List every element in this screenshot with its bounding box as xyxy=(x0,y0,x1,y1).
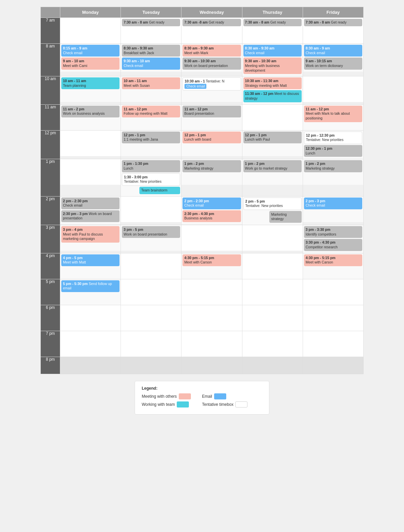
time-2pm: 2 pm xyxy=(41,196,60,225)
event[interactable]: 1 pm - 2 pmMarketing strategy xyxy=(182,160,241,172)
row-4pm: 4 pm 4 pm - 5 pmMeet with Matt 4:30 pm -… xyxy=(41,253,364,279)
event[interactable]: 10:30 am - 11:30 amStrategy meeting with… xyxy=(243,77,302,89)
event[interactable]: 2 pm - 2:30 pmCheck email xyxy=(61,198,120,209)
event[interactable]: 1 pm - 1:30 pmLunch xyxy=(122,160,180,172)
time-5pm: 5 pm xyxy=(41,279,60,305)
slot-monday-7am xyxy=(60,18,121,44)
slot-wednesday-8pm xyxy=(181,357,242,374)
time-12pm: 12 pm xyxy=(41,130,60,159)
event[interactable]: 7:30 am - 8 am Get ready xyxy=(122,19,180,26)
event[interactable]: 3 pm - 5 pmWork on board presentation xyxy=(122,226,180,238)
event[interactable]: 10:30 am - 1 Tentative: N Check email xyxy=(182,77,241,91)
event[interactable]: 5 pm - 5:30 pm Send follow up email xyxy=(61,280,120,292)
event[interactable]: 9:30 am - 10:30 amWork on board presenta… xyxy=(182,58,241,69)
time-6pm: 6 pm xyxy=(41,305,60,331)
row-1pm: 1 pm 1 pm - 1:30 pmLunch 1:30 - 3:00 pmT… xyxy=(41,159,364,196)
slot-thursday-5pm xyxy=(242,279,303,305)
event[interactable]: 11 am - 2 pmWork on business analysis xyxy=(61,106,120,117)
event[interactable]: 12 pm - 1 pmLunch with Paul xyxy=(243,132,302,143)
event[interactable]: 9:30 am - 10:30 amMeeting with business … xyxy=(243,58,302,74)
event[interactable]: 7:30 am - 8 am Get ready xyxy=(304,19,362,26)
event[interactable]: 1:30 - 3:00 pmTentative: New priorities xyxy=(122,173,180,186)
event[interactable]: 4:30 pm - 5:15 pmMeet with Carson xyxy=(304,254,362,266)
time-7am: 7 am xyxy=(41,18,60,44)
time-8am: 8 am xyxy=(41,44,60,76)
event[interactable]: 9 am - 10:15 amWork on term dictionary xyxy=(304,58,362,69)
event[interactable]: 7:30 am -8 am Get ready xyxy=(182,19,241,26)
event[interactable]: 11 am - 12 pmFollow up meeting with Matt xyxy=(122,106,180,117)
slot-thursday-8am: 8:30 am - 9:30 amCheck email 9:30 am - 1… xyxy=(242,44,303,76)
slot-wednesday-8am: 8:30 am - 9:30 amMeet with Mark 9:30 am … xyxy=(181,44,242,76)
event[interactable]: 1 pm - 2 pmWork go to market strategy xyxy=(243,160,302,172)
legend-label-team: Working with team xyxy=(142,402,175,407)
event[interactable]: Team brainstorm xyxy=(139,187,180,194)
event[interactable]: 8:30 am - 9:30 amBreakfast with Jack xyxy=(122,45,180,57)
time-1pm: 1 pm xyxy=(41,159,60,196)
event[interactable]: 11:30 am - 12 pm Meet to discuss strateg… xyxy=(243,90,302,102)
time-10am: 10 am xyxy=(41,76,60,105)
event[interactable]: 2 pm - 3 pmCheck email xyxy=(304,198,362,209)
event[interactable]: 3:30 pm - 4:30 pmCompetitor research xyxy=(304,239,362,251)
event[interactable]: 3 pm - 4 pmMeet with Paul to discuss mar… xyxy=(61,226,120,243)
row-6pm: 6 pm xyxy=(41,305,364,331)
row-7am: 7 am 7:30 am - 8 am Get ready 7:30 am -8… xyxy=(41,18,364,44)
event[interactable]: 8:30 am - 9:30 amCheck email xyxy=(243,45,302,57)
legend-row-2: Working with team Tentative timebox xyxy=(142,401,262,407)
legend-title: Legend: xyxy=(142,386,262,391)
event[interactable]: 12:30 pm - 1 pmLunch xyxy=(304,145,362,157)
slot-monday-11am: 11 am - 2 pmWork on business analysis xyxy=(60,104,121,130)
event[interactable]: 8:30 am - 9 amCheck email xyxy=(304,45,362,57)
event[interactable]: 4 pm - 5 pmMeet with Matt xyxy=(61,254,120,266)
event[interactable]: 1 pm - 2 pmMarketing strategy xyxy=(304,160,362,172)
event[interactable]: 12 pm - 12:30 pmTentative: New prioritie… xyxy=(304,132,362,144)
row-12pm: 12 pm 12 pm - 1 pm1:1 meeting with Jana … xyxy=(41,130,364,159)
slot-friday-6pm xyxy=(303,305,363,331)
slot-friday-8am: 8:30 am - 9 amCheck email 9 am - 10:15 a… xyxy=(303,44,363,76)
slot-tuesday-10am: 10 am - 11 amMeet with Susan xyxy=(121,76,181,105)
legend-box: Legend: Meeting with others Email Workin… xyxy=(135,381,269,415)
event[interactable]: 2 pm - 2:30 pmCheck email xyxy=(182,198,241,209)
slot-wednesday-1pm: 1 pm - 2 pmMarketing strategy xyxy=(181,159,242,196)
event[interactable]: 9:30 am - 10 amCheck email xyxy=(122,58,180,69)
event[interactable]: 11 am - 12 pmBoard presentation xyxy=(182,106,241,117)
event[interactable]: 2 pm - 5 pmTentative: New priorities xyxy=(243,198,302,210)
slot-thursday-7pm xyxy=(242,331,303,357)
event[interactable]: 10 am - 11 amMeet with Susan xyxy=(122,77,180,89)
legend-label-email: Email xyxy=(202,394,212,399)
event[interactable]: 11 am - 12 pmMeet with Mark to talk abou… xyxy=(304,106,362,122)
event[interactable]: Marketing strategy xyxy=(269,211,301,223)
corner-cell xyxy=(41,7,60,18)
slot-tuesday-6pm xyxy=(121,305,181,331)
event[interactable]: 12 pm - 1 pmLunch with board xyxy=(182,132,241,143)
event[interactable]: 4:30 pm - 5:15 pmMeet with Carson xyxy=(182,254,241,266)
slot-wednesday-5pm xyxy=(181,279,242,305)
event[interactable]: 8:15 am - 9 amCheck email xyxy=(61,45,120,57)
slot-friday-12pm: 12 pm - 12:30 pmTentative: New prioritie… xyxy=(303,130,363,159)
event[interactable]: 2:30 pm - 4:30 pmBusiness analysis xyxy=(182,210,241,222)
row-7pm: 7 pm xyxy=(41,331,364,357)
slot-monday-5pm: 5 pm - 5:30 pm Send follow up email xyxy=(60,279,121,305)
event[interactable]: 2:30 pm - 3 pm Work on board presentatio… xyxy=(61,210,120,222)
slot-tuesday-7pm xyxy=(121,331,181,357)
header-thursday: Thursday xyxy=(242,7,303,18)
event[interactable]: 10 am - 11 amTeam planning xyxy=(61,77,120,89)
slot-friday-2pm: 2 pm - 3 pmCheck email xyxy=(303,196,363,225)
event[interactable]: 12 pm - 1 pm1:1 meeting with Jana xyxy=(122,132,180,143)
event[interactable]: 7:30 am - 8 am Get ready xyxy=(243,19,302,26)
slot-wednesday-4pm: 4:30 pm - 5:15 pmMeet with Carson xyxy=(181,253,242,279)
slot-friday-10am xyxy=(303,76,363,105)
time-3pm: 3 pm xyxy=(41,225,60,253)
slot-monday-3pm: 3 pm - 4 pmMeet with Paul to discuss mar… xyxy=(60,225,121,253)
slot-tuesday-11am: 11 am - 12 pmFollow up meeting with Matt xyxy=(121,104,181,130)
event[interactable]: 3 pm - 3:30 pmIdentify competitors xyxy=(304,226,362,238)
event[interactable]: 9 am - 10 amMeet with Cami xyxy=(61,58,120,69)
event[interactable]: 8:30 am - 9:30 amMeet with Mark xyxy=(182,45,241,57)
legend-swatch-blue xyxy=(214,393,226,399)
slot-friday-1pm: 1 pm - 2 pmMarketing strategy xyxy=(303,159,363,196)
slot-monday-8pm xyxy=(60,357,121,374)
legend-swatch-teal xyxy=(177,401,189,407)
legend-swatch-white xyxy=(235,401,247,407)
slot-monday-1pm xyxy=(60,159,121,196)
slot-thursday-1pm: 1 pm - 2 pmWork go to market strategy xyxy=(242,159,303,196)
row-5pm: 5 pm 5 pm - 5:30 pm Send follow up email xyxy=(41,279,364,305)
